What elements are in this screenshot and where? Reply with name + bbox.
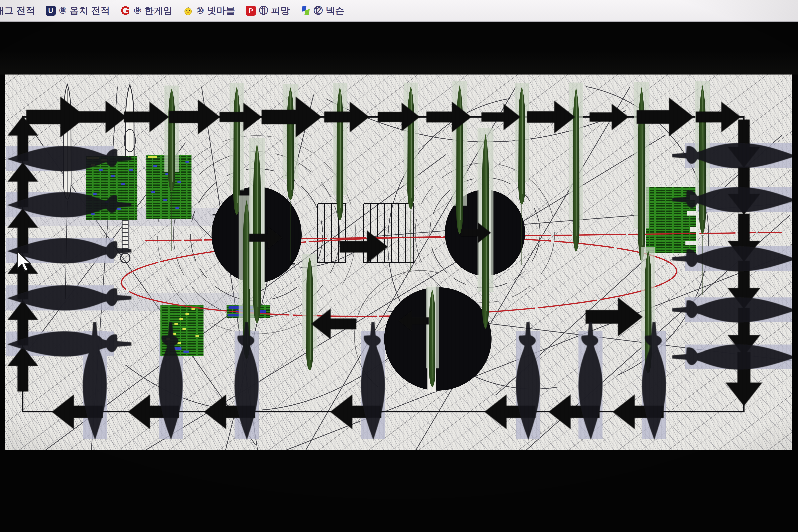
nexon-ribbon-icon	[301, 6, 310, 16]
paint-canvas[interactable]	[5, 75, 792, 450]
taskbar-area: 제목 없음 - 그림판	[0, 450, 798, 532]
chick-icon	[183, 6, 193, 16]
bookmark-label: ⑨ 한게임	[134, 4, 173, 17]
bookmark-label: ⑩ 넷마블	[196, 4, 235, 17]
bookmark-item-pubg[interactable]: 배그 전적	[0, 4, 35, 17]
bookmark-item-overwatch[interactable]: U ⑧ 옵치 전적	[46, 4, 110, 17]
p-badge-icon: P	[246, 6, 256, 16]
bookmark-item-netmarble[interactable]: ⑩ 넷마블	[183, 4, 235, 17]
g-letter-glyph: G	[121, 5, 130, 17]
bookmark-item-hangame[interactable]: G ⑨ 한게임	[120, 4, 173, 17]
bookmark-label: ⑪ 피망	[259, 4, 290, 17]
window-dark-band	[0, 22, 798, 75]
u-badge-icon: U	[46, 6, 56, 16]
bookmarks-bar: 배그 전적 U ⑧ 옵치 전적 G ⑨ 한게임 ⑩ 넷마블 P ⑪ 피망	[0, 0, 798, 22]
bookmark-label: ⑫ 넥슨	[314, 4, 345, 17]
bookmark-label: 배그 전적	[0, 4, 35, 17]
drawing-artwork	[5, 75, 792, 450]
bookmark-label: ⑧ 옵치 전적	[59, 4, 110, 17]
bookmark-item-nexon[interactable]: ⑫ 넥슨	[301, 4, 345, 17]
bookmark-item-pmang[interactable]: P ⑪ 피망	[246, 4, 290, 17]
g-letter-icon: G	[120, 6, 130, 16]
